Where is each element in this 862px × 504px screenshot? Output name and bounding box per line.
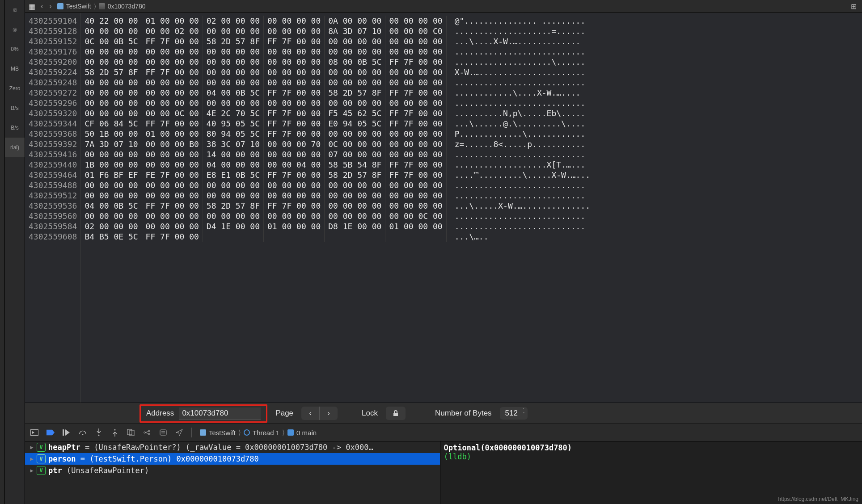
gauge-cell[interactable]: Zero	[5, 79, 25, 98]
svg-point-3	[98, 435, 100, 436]
lock-label: Lock	[362, 409, 378, 418]
page-next-button[interactable]: ›	[319, 407, 338, 420]
variable-kind-badge: V	[37, 466, 46, 475]
debug-gauges-rail: ⎚◎0%MBZeroB/sB/srial)	[5, 0, 25, 504]
watermark: https://blog.csdn.net/Deft_MKJing	[778, 496, 858, 502]
lock-toggle[interactable]	[386, 407, 406, 420]
memory-viewer: 4302559104 4302559128 4302559152 4302559…	[25, 13, 862, 403]
step-over-icon[interactable]	[79, 428, 87, 437]
gauge-cell[interactable]: MB	[5, 59, 25, 79]
address-label: Address	[146, 409, 174, 418]
memory-icon	[99, 3, 105, 9]
page-label: Page	[275, 409, 293, 418]
debug-bar: TestSwift ⟩ Thread 1 ⟩ 0 main	[25, 424, 862, 441]
environment-overrides-icon[interactable]	[159, 428, 167, 437]
gauge-cell[interactable]: ⎚	[5, 0, 25, 20]
variable-text: ptr (UnsafeRawPointer)	[48, 466, 149, 475]
ascii-column: @"............... ......... ............…	[447, 13, 590, 403]
variable-row[interactable]: ▶Vperson = (TestSwift.Person) 0x00000001…	[25, 453, 440, 465]
debug-process[interactable]: TestSwift	[209, 429, 236, 437]
breadcrumb-separator-icon: ⟩	[94, 3, 96, 10]
breadcrumb-address[interactable]: 0x10073d780	[108, 3, 146, 10]
variable-kind-badge: V	[37, 443, 46, 452]
svg-point-2	[82, 434, 84, 435]
console-prompt: (lldb)	[444, 452, 471, 461]
step-into-icon[interactable]	[95, 428, 103, 437]
debug-view-hierarchy-icon[interactable]	[127, 428, 135, 437]
toggle-debug-area-icon[interactable]	[30, 428, 38, 437]
address-field-highlight: Address	[139, 404, 267, 423]
svg-rect-1	[63, 429, 64, 436]
variable-kind-badge: V	[37, 454, 46, 463]
lldb-console[interactable]: Optional(0x000000010073d780) (lldb)	[440, 441, 862, 504]
frame-icon	[287, 429, 294, 436]
address-input[interactable]	[179, 407, 261, 420]
nav-forward-button[interactable]: ›	[49, 2, 51, 10]
address-column: 4302559104 4302559128 4302559152 4302559…	[25, 13, 80, 403]
step-out-icon[interactable]	[111, 428, 119, 437]
variable-row[interactable]: ▶Vptr (UnsafeRawPointer)	[25, 465, 440, 476]
related-items-icon[interactable]: ▦	[29, 2, 35, 11]
disclosure-triangle-icon[interactable]: ▶	[30, 444, 34, 450]
memory-toolbar: Address Page ‹ › Lock Number of Bytes 51…	[25, 403, 862, 424]
disclosure-triangle-icon[interactable]: ▶	[30, 467, 34, 474]
jump-bar: ▦ ‹ › TestSwift ⟩ 0x10073d780 ⊞	[25, 0, 862, 13]
gauge-cell[interactable]: rial)	[5, 138, 25, 157]
svg-point-8	[148, 430, 150, 432]
gauge-cell[interactable]: B/s	[5, 118, 25, 138]
svg-point-7	[144, 432, 146, 433]
svg-rect-10	[160, 430, 166, 435]
bytes-select[interactable]: 512 ˄˅	[500, 407, 528, 420]
bytes-value: 512	[505, 409, 518, 417]
variable-text: person = (TestSwift.Person) 0x0000000100…	[48, 454, 259, 463]
hex-bytes-column[interactable]: 40 22 00 0001 00 00 0002 00 00 0000 00 0…	[81, 13, 446, 403]
gauge-cell[interactable]: 0%	[5, 39, 25, 59]
collapsed-navigator-rail[interactable]	[0, 0, 5, 504]
svg-point-4	[114, 429, 116, 431]
breadcrumb-project[interactable]: TestSwift	[66, 3, 91, 10]
continue-icon[interactable]	[63, 428, 71, 437]
variable-row[interactable]: ▶VheapPtr = (UnsafeRawPointer?) (_rawVal…	[25, 441, 440, 453]
debug-memory-graph-icon[interactable]	[143, 428, 151, 437]
gauge-cell[interactable]: ◎	[5, 20, 25, 39]
variable-text: heapPtr = (UnsafeRawPointer?) (_rawValue…	[48, 443, 373, 452]
gauge-cell[interactable]: B/s	[5, 98, 25, 118]
add-editor-button[interactable]: ⊞	[849, 2, 858, 11]
console-line: Optional(0x000000010073d780)	[444, 443, 572, 452]
chevron-updown-icon: ˄˅	[523, 408, 525, 416]
debug-thread[interactable]: Thread 1	[253, 429, 279, 437]
debug-frame[interactable]: 0 main	[296, 429, 317, 437]
project-icon	[57, 3, 63, 9]
disclosure-triangle-icon[interactable]: ▶	[30, 456, 34, 462]
svg-point-9	[148, 433, 150, 435]
bytes-label: Number of Bytes	[435, 409, 492, 418]
simulate-location-icon[interactable]	[175, 428, 183, 437]
variables-view[interactable]: ▶VheapPtr = (UnsafeRawPointer?) (_rawVal…	[25, 441, 440, 504]
nav-back-button[interactable]: ‹	[41, 2, 43, 10]
breakpoints-icon[interactable]	[46, 428, 55, 437]
lock-icon	[392, 410, 399, 417]
process-icon	[200, 429, 206, 436]
page-prev-button[interactable]: ‹	[301, 407, 319, 420]
page-stepper: ‹ ›	[301, 407, 338, 420]
thread-icon	[244, 429, 250, 436]
